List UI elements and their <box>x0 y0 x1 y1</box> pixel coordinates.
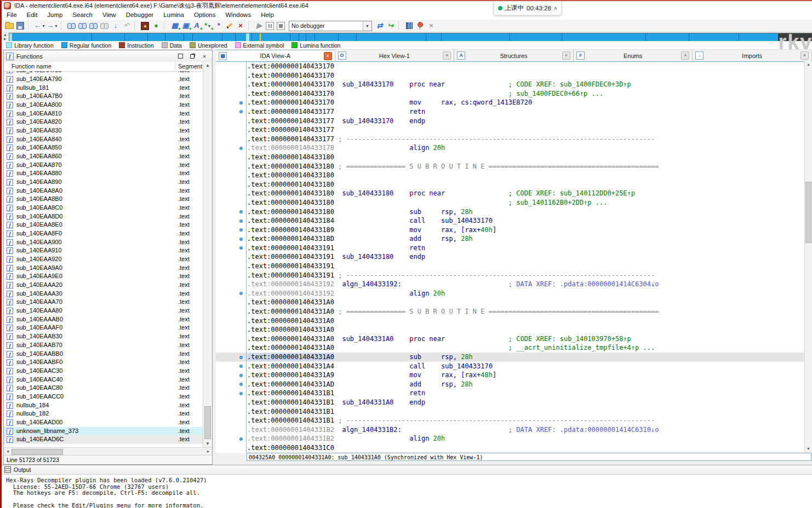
close-icon[interactable]: × <box>562 51 570 60</box>
asm-line[interactable]: .text:0000000140433192 align 20h <box>216 289 805 298</box>
rename-button[interactable]: A+ <box>192 21 202 31</box>
asm-line[interactable]: .text:0000000140433192 algn_140433192: ;… <box>216 280 805 289</box>
functions-list[interactable]: fsub_140EAA780.textfsub_140EAA790.textfn… <box>4 71 204 449</box>
function-row[interactable]: fsub_140EAA810.text <box>4 109 204 118</box>
function-row[interactable]: fsub_140EAA800.text <box>4 101 204 109</box>
function-row[interactable]: fsub_140EAA920.text <box>4 255 204 264</box>
function-row[interactable]: fsub_140EAAB70.text <box>4 341 204 350</box>
asm-line[interactable]: .text:0000000140433170 sub_140433170 pro… <box>216 80 805 89</box>
delete-function-button[interactable]: × <box>236 21 245 31</box>
asm-line[interactable]: .text:0000000140433191 retn <box>216 244 805 253</box>
asm-line[interactable]: .text:00000001404331A0 sub_1404331A0 pro… <box>216 334 805 344</box>
chevron-down-icon[interactable]: ▼ <box>54 24 58 28</box>
function-row[interactable]: fsub_140EAA830.text <box>4 126 204 135</box>
asm-line[interactable]: .text:00000001404331B2 algn_1404331B2: ;… <box>216 425 805 435</box>
functions-vertical-scrollbar[interactable]: ▲ ▼ <box>203 62 212 448</box>
asm-line[interactable]: .text:00000001404331B1 sub_1404331A0 end… <box>216 398 805 407</box>
close-icon[interactable]: × <box>324 52 332 60</box>
chevron-down-icon[interactable]: ▼ <box>363 21 371 31</box>
debugger-continue-button[interactable]: ▶ <box>254 21 264 31</box>
output-panel-titlebar[interactable]: Output <box>2 465 812 475</box>
function-row[interactable]: fsub_140EAABB0.text <box>4 350 204 359</box>
function-row[interactable]: fsub_140EAA8A0.text <box>4 187 204 195</box>
edit-comment-button[interactable] <box>225 21 235 31</box>
function-row[interactable]: fsub_140EAA820.text <box>4 118 204 126</box>
asm-line[interactable]: .text:0000000140433170 mov rax, cs:qword… <box>216 98 805 107</box>
function-row[interactable]: fsub_140EAAA20.text <box>4 281 204 290</box>
function-row[interactable]: fsub_140EAA880.text <box>4 169 204 178</box>
asm-line[interactable]: .text:00000001404331A0 ; ===============… <box>216 307 805 316</box>
function-row[interactable]: fsub_140EAAA70.text <box>4 298 204 307</box>
save-button[interactable] <box>15 21 25 31</box>
asm-line[interactable]: .text:00000001404331B1 <box>216 407 805 417</box>
debugger-selector[interactable]: No debugger▼ <box>289 21 372 31</box>
close-button[interactable]: × <box>200 53 209 60</box>
breakpoint-list-button[interactable] <box>404 21 414 31</box>
asm-line[interactable]: .text:0000000140433189 mov rax, [rax+40h… <box>216 226 805 235</box>
asm-line[interactable]: .text:00000001404331A9 mov rax, [rax+48h… <box>216 371 805 380</box>
asm-line[interactable]: .text:00000001404331B1 retn <box>216 389 805 398</box>
search-disabled-button[interactable] <box>100 21 110 31</box>
close-icon[interactable]: × <box>443 51 451 60</box>
functions-panel-titlebar[interactable]: f Functions × <box>4 50 212 62</box>
function-row[interactable]: fsub_140EAAB30.text <box>4 332 204 341</box>
menu-file[interactable]: File <box>2 10 22 20</box>
asm-line[interactable]: .text:0000000140433170 <box>216 71 805 80</box>
function-row[interactable]: fsub_140EAAC30.text <box>4 367 204 376</box>
plugins-button[interactable]: * <box>214 21 224 31</box>
menu-debugger[interactable]: Debugger <box>121 10 159 20</box>
function-row[interactable]: fsub_140EAA8B0.text <box>4 195 204 204</box>
collapse-chevron-icon[interactable]: ∧ <box>554 5 558 11</box>
asm-line[interactable]: .text:0000000140433177 retn <box>216 107 805 117</box>
function-row[interactable]: fsub_140EAABF0.text <box>4 358 204 367</box>
function-row[interactable]: fsub_140EAA860.text <box>4 152 204 161</box>
scroll-up-icon[interactable]: ▲ <box>203 62 212 70</box>
function-row[interactable]: fsub_140EAAC40.text <box>4 376 204 384</box>
disassembly-vertical-scrollbar[interactable]: ▲ ▼ <box>804 61 812 452</box>
column-function-name[interactable]: Function name <box>12 63 52 70</box>
tab-structures[interactable]: AStructures× <box>454 50 574 61</box>
create-function-button[interactable]: ▦+ <box>170 21 180 31</box>
remove-breakpoint-button[interactable]: × <box>426 21 436 31</box>
add-xref-button[interactable]: *+▼ <box>203 21 213 31</box>
function-row[interactable]: fsub_140EAA850.text <box>4 143 204 152</box>
scroll-down-icon[interactable]: ▼ <box>203 440 212 448</box>
function-row[interactable]: fsub_140EAAAB0.text <box>4 315 204 324</box>
asm-line[interactable]: .text:0000000140433180 ; sub_1401162B0+2… <box>216 198 805 207</box>
chevron-down-icon[interactable]: ▼ <box>42 24 45 28</box>
function-row[interactable]: fsub_140EAAD6C.text <box>4 435 204 444</box>
asm-line[interactable]: .text:00000001404331A0 <box>216 325 805 334</box>
undo-button[interactable]: ↶ <box>122 21 131 31</box>
navband-scroll-arrows[interactable]: ◂▸ <box>2 32 8 41</box>
colors-button[interactable]: ▲ <box>140 21 150 31</box>
function-row[interactable]: fsub_140EAAAF0.text <box>4 324 204 332</box>
functions-horizontal-scrollbar[interactable]: ◂ ▸ <box>4 447 212 455</box>
navigate-back-button[interactable]: ←▼ <box>34 21 45 31</box>
tab-hex-view-1[interactable]: OHex View-1× <box>335 50 455 61</box>
asm-line[interactable]: .text:0000000140433180 <box>216 180 805 189</box>
function-row[interactable]: fnullsub_181.text <box>4 84 204 93</box>
start-process-button[interactable]: ● <box>151 21 161 31</box>
asm-line[interactable]: .text:0000000140433191 <box>216 262 805 271</box>
scroll-right-icon[interactable]: ▸ <box>204 448 212 455</box>
navband-track[interactable] <box>9 33 812 42</box>
function-row[interactable]: fsub_140EAAC80.text <box>4 384 204 392</box>
function-row[interactable]: fsub_140EAA8E0.text <box>4 221 204 229</box>
asm-line[interactable]: .text:00000001404331A0 ; __acrt_uninitia… <box>216 343 805 353</box>
menu-lumina[interactable]: Lumina <box>158 10 189 20</box>
asm-line[interactable]: .text:00000001404331B2 align 20h <box>216 434 805 443</box>
debugger-pause-button[interactable] <box>265 21 275 31</box>
asm-line[interactable]: .text:0000000140433191 sub_140433180 end… <box>216 252 805 262</box>
function-row[interactable]: fsub_140EAAD00.text <box>4 418 204 427</box>
menu-options[interactable]: Options <box>189 10 221 20</box>
tab-ida-view-a[interactable]: ▤IDA View-A× <box>216 50 335 61</box>
asm-line[interactable]: .text:0000000140433177 ; ---------------… <box>216 135 805 144</box>
open-file-button[interactable] <box>4 21 14 31</box>
navigate-forward-button[interactable]: →▼ <box>47 21 58 31</box>
menu-jump[interactable]: Jump <box>42 10 67 20</box>
scroll-up-icon[interactable]: ▲ <box>805 61 812 68</box>
scroll-down-icon[interactable]: ▼ <box>805 446 812 452</box>
disassembly-view[interactable]: .text:0000000140433170.text:000000014043… <box>216 61 805 453</box>
function-row[interactable]: fnullsub_184.text <box>4 401 204 410</box>
asm-line[interactable]: .text:0000000140433177 <box>216 125 805 135</box>
